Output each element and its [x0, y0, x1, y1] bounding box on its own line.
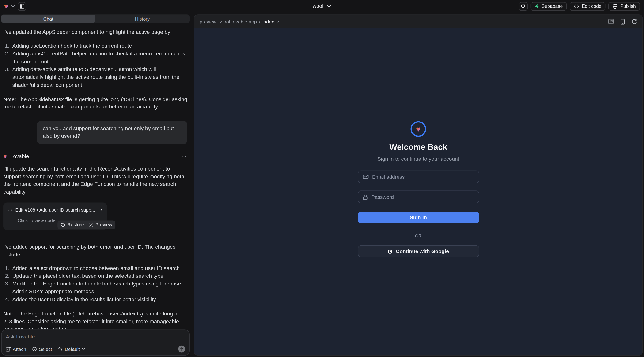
supabase-label: Supabase — [542, 4, 563, 9]
assistant-note: Note: The AppSidebar.tsx file is getting… — [3, 96, 188, 111]
arrow-up-icon — [180, 347, 184, 351]
toggle-sidebar-button[interactable] — [18, 2, 26, 10]
external-link-icon — [608, 19, 614, 24]
refresh-button[interactable] — [632, 19, 637, 24]
composer[interactable]: Ask Lovable... Attach Se — [1, 330, 190, 356]
lovable-logo-icon[interactable]: ♥ — [4, 2, 8, 10]
settings-button[interactable]: ⚙ — [518, 2, 528, 10]
mail-icon — [362, 174, 368, 179]
email-placeholder: Email address — [372, 174, 405, 180]
code-icon — [8, 208, 12, 212]
list-item: 1. Added a select dropdown to choose bet… — [3, 264, 188, 272]
attach-button[interactable]: Attach — [6, 346, 26, 351]
assistant-header: ♥ Lovable ⋯ — [3, 153, 188, 160]
signin-form: ♥ Welcome Back Sign in to continue to yo… — [358, 121, 479, 257]
preview-panel: preview--woof.lovable.app / index — [194, 14, 643, 356]
select-element-button[interactable]: Select — [32, 346, 52, 351]
project-name: woof — [312, 3, 324, 9]
tab-history[interactable]: History — [95, 15, 189, 22]
chat-messages: I've updated the AppSidebar component to… — [0, 23, 191, 328]
chat-input[interactable]: Ask Lovable... — [6, 334, 185, 340]
password-placeholder: Password — [371, 194, 394, 200]
publish-label: Publish — [620, 4, 636, 9]
tab-chat[interactable]: Chat — [1, 15, 95, 22]
chevron-down-icon — [327, 5, 332, 8]
preview-page: index — [262, 19, 274, 25]
or-label: OR — [415, 234, 422, 238]
list-item: 3. Adding data-active attribute to Sideb… — [3, 65, 188, 89]
restore-button[interactable]: Restore — [61, 221, 84, 229]
project-menu[interactable]: woof — [312, 3, 332, 9]
assistant-list: 1. Adding useLocation hook to track the … — [3, 42, 188, 89]
edit-code-button[interactable]: Edit code — [570, 2, 606, 10]
user-message: can you add support for searching not on… — [37, 120, 188, 144]
edit-card-actions: Restore Preview — [58, 220, 116, 229]
mobile-view-button[interactable] — [620, 19, 625, 25]
code-icon — [574, 4, 579, 8]
assistant-paragraph: I've added support for searching by both… — [3, 243, 188, 258]
email-field[interactable]: Email address — [358, 170, 479, 183]
list-item: 2. Updated the placeholder text based on… — [3, 272, 188, 280]
assistant-list: 1. Added a select dropdown to choose bet… — [3, 264, 188, 303]
password-field[interactable]: Password — [358, 191, 479, 203]
heart-icon: ♥ — [416, 125, 421, 133]
preview-url[interactable]: preview--woof.lovable.app / index — [200, 19, 280, 25]
lock-icon — [362, 194, 368, 200]
google-label: Continue with Google — [396, 248, 449, 254]
chat-history-tabs: Chat History — [1, 14, 190, 23]
list-item: 1. Adding useLocation hook to track the … — [3, 42, 188, 50]
preview-header: preview--woof.lovable.app / index — [194, 15, 642, 28]
publish-button[interactable]: Publish — [608, 2, 640, 10]
google-icon: G — [388, 248, 392, 254]
chevron-down-icon[interactable] — [11, 5, 15, 8]
preview-host: preview--woof.lovable.app — [200, 19, 257, 25]
mobile-icon — [620, 19, 625, 25]
list-item: 2. Adding an isCurrentPath helper functi… — [3, 50, 188, 65]
sidebar-panel-icon — [20, 4, 24, 8]
edit-code-label: Edit code — [582, 4, 601, 9]
app-preview: ♥ Welcome Back Sign in to continue to yo… — [194, 28, 642, 355]
sign-in-button[interactable]: Sign in — [358, 212, 479, 223]
target-icon — [32, 346, 37, 351]
assistant-note: Note: The Edge Function file (fetch-fire… — [3, 310, 188, 328]
assistant-paragraph: I'll update the search functionality in … — [3, 165, 188, 196]
list-item: 3. Modified the Edge Function to handle … — [3, 280, 188, 296]
chat-panel: Chat History I've updated the AppSidebar… — [0, 12, 191, 357]
or-divider: OR — [358, 234, 479, 238]
edit-card-title: Edit #108 • Add user ID search supp... — [15, 206, 95, 214]
open-in-new-tab-button[interactable] — [608, 19, 614, 24]
page-subtitle: Sign in to continue to your account — [377, 156, 459, 162]
lovable-avatar-icon: ♥ — [3, 154, 7, 160]
assistant-paragraph: I've updated the AppSidebar component to… — [3, 28, 188, 36]
refresh-icon — [632, 19, 637, 24]
attach-image-icon — [6, 346, 11, 351]
preview-button[interactable]: Preview — [89, 221, 112, 229]
lovable-app: ♥ woof ⚙ Supabase — [0, 0, 644, 357]
chevron-down-icon — [276, 21, 280, 23]
chevron-down-icon — [82, 348, 85, 350]
chevron-right-icon — [100, 208, 102, 212]
list-item: 4. Added the user ID display in the resu… — [3, 295, 188, 303]
sliders-icon — [58, 346, 62, 351]
assistant-name: Lovable — [10, 153, 29, 160]
page-title: Welcome Back — [389, 142, 447, 152]
top-bar: ♥ woof ⚙ Supabase — [0, 0, 644, 12]
send-button[interactable] — [178, 346, 185, 352]
model-selector[interactable]: Default — [58, 346, 85, 351]
google-sign-in-button[interactable]: G Continue with Google — [358, 245, 479, 257]
restore-icon — [61, 222, 65, 227]
supabase-button[interactable]: Supabase — [530, 2, 567, 10]
edit-card-wrapper: Edit #108 • Add user ID search supp... C… — [3, 202, 107, 230]
gear-icon: ⚙ — [520, 3, 526, 10]
supabase-icon — [534, 4, 539, 9]
more-options-icon[interactable]: ⋯ — [182, 153, 188, 160]
app-logo: ♥ — [410, 121, 426, 137]
globe-icon — [612, 4, 618, 9]
external-link-icon — [89, 222, 93, 227]
